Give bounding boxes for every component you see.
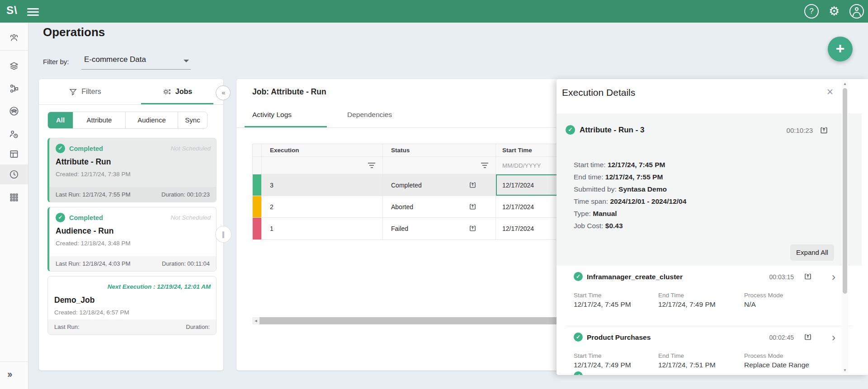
start-time-cell[interactable]: 12/17/2024 — [496, 218, 561, 239]
tab-dependencies[interactable]: Dependencies — [347, 111, 392, 119]
vertical-scroll-thumb[interactable] — [843, 88, 847, 294]
open-log-icon[interactable] — [469, 203, 476, 211]
chip-all[interactable]: All — [48, 112, 73, 128]
job-type-chips: All Attribute Audience Sync — [47, 112, 208, 129]
add-job-button[interactable] — [828, 37, 853, 61]
table-row[interactable]: 2 Aborted 12/17/2024 — [253, 196, 561, 218]
step-name: Inframanager_create_cluster — [587, 273, 683, 281]
nav-pipeline-icon[interactable] — [0, 79, 28, 98]
expand-all-button[interactable]: Expand All — [790, 244, 834, 261]
close-icon[interactable] — [824, 86, 836, 98]
field-job-cost: Job Cost: $0.43 — [574, 220, 686, 232]
status-cell[interactable]: Completed — [383, 174, 496, 196]
filter-list-icon[interactable] — [368, 163, 375, 168]
open-log-icon[interactable] — [804, 333, 812, 341]
open-log-icon[interactable] — [820, 126, 828, 135]
job-card-attribute-run[interactable]: Completed Not Scheduled Attribute - Run … — [47, 138, 217, 202]
start-time-cell[interactable]: 12/17/2024 — [496, 196, 561, 217]
expand-rail-icon[interactable] — [7, 369, 11, 380]
nav-operations-clock-icon[interactable] — [0, 164, 28, 184]
job-card-title: Attribute - Run — [56, 157, 111, 167]
nav-community-icon[interactable] — [0, 101, 28, 121]
tab-jobs[interactable]: Jobs — [131, 79, 223, 104]
project-filter-select[interactable]: E-commerce Data — [81, 54, 191, 70]
execution-details-panel: Execution Details Attribute - Run - 3 00… — [557, 79, 868, 375]
nav-teams-icon[interactable] — [0, 28, 28, 48]
horizontal-scrollbar[interactable] — [252, 317, 561, 324]
horizontal-scroll-thumb[interactable] — [259, 317, 558, 324]
tab-activity-logs[interactable]: Activity Logs — [252, 111, 292, 119]
table-row[interactable]: 3 Completed 12/17/2024 — [253, 174, 561, 196]
check-circle-icon — [566, 125, 575, 135]
job-detail-panel: Job: Attribute - Run Activity Logs Depen… — [236, 79, 561, 370]
panel-resize-handle[interactable] — [215, 226, 231, 243]
execution-summary-section: Attribute - Run - 3 00:10:23 Start time:… — [557, 113, 862, 266]
nav-user-activity-icon[interactable] — [0, 124, 28, 144]
job-duration: Duration: — [186, 319, 210, 334]
start-time-text: 12/17/2024 — [502, 203, 534, 211]
table-row[interactable]: 1 Failed 12/17/2024 — [253, 218, 561, 239]
page-title: Operations — [43, 25, 105, 39]
status-cell[interactable]: Aborted — [383, 196, 496, 217]
chip-attribute[interactable]: Attribute — [73, 112, 126, 128]
job-last-run: Last Run: 12/17/24, 7:55 PM — [56, 191, 131, 198]
scroll-up-arrow-icon[interactable] — [842, 82, 848, 86]
step-product-purchases[interactable]: Product Purchases 00:02:45 Start Time 12… — [557, 326, 862, 375]
field-time-span: Time span: 2024/12/01 - 2024/12/04 — [574, 195, 686, 207]
status-cell[interactable]: Failed — [383, 218, 496, 239]
executions-table: Execution Status Start Time MM/DD/YYYY 3… — [252, 144, 561, 240]
nav-apps-grid-icon[interactable] — [0, 187, 28, 207]
execution-column-header[interactable]: Execution — [262, 144, 383, 156]
step-process-mode: Process Mode Replace Date Range — [744, 352, 809, 369]
job-card-created: Created: 12/18/24, 6:57 PM — [54, 309, 129, 316]
vertical-scrollbar[interactable] — [842, 80, 848, 374]
job-card-audience-run[interactable]: Completed Not Scheduled Audience - Run C… — [47, 207, 217, 272]
execution-filter-cell[interactable] — [262, 157, 383, 174]
chevron-right-icon[interactable] — [832, 331, 835, 344]
execution-cell[interactable]: 2 — [262, 196, 383, 217]
open-log-icon[interactable] — [469, 181, 476, 189]
start-time-text: 12/17/2024 — [502, 225, 534, 232]
open-log-icon[interactable] — [469, 225, 476, 232]
step-process-mode: Process Mode N/A — [744, 292, 783, 309]
nav-boards-icon[interactable] — [0, 144, 28, 164]
status-text: Completed — [391, 182, 422, 189]
start-time-column-header[interactable]: Start Time — [496, 144, 561, 156]
status-filter-cell[interactable] — [383, 157, 496, 174]
status-text: Aborted — [391, 203, 413, 211]
field-type: Type: Manual — [574, 207, 686, 220]
syntasa-logo: S\ — [6, 4, 18, 17]
schedule-note: Not Scheduled — [170, 214, 211, 221]
chevron-right-icon[interactable] — [832, 271, 835, 283]
step-end-time: End Time 12/17/24, 7:51 PM — [658, 352, 716, 369]
job-last-run: Last Run: 12/18/24, 4:03 PM — [56, 260, 131, 267]
collapse-panel-button[interactable] — [216, 85, 231, 100]
hamburger-menu-icon[interactable] — [27, 6, 39, 16]
dropdown-caret-icon — [184, 60, 189, 62]
date-filter-cell[interactable]: MM/DD/YYYY — [496, 157, 561, 174]
start-time-cell[interactable]: 12/17/2024 — [496, 174, 561, 196]
tab-filters[interactable]: Filters — [39, 79, 131, 104]
job-card-created: Created: 12/18/24, 3:48 PM — [56, 240, 131, 247]
table-filter-row: MM/DD/YYYY — [253, 157, 561, 174]
job-card-demo-job[interactable]: Next Execution : 12/19/24, 12:01 AM Demo… — [47, 276, 217, 335]
step-inframanager-create-cluster[interactable]: Inframanager_create_cluster 00:03:15 Sta… — [557, 266, 862, 326]
account-icon[interactable] — [849, 4, 864, 19]
execution-cell[interactable]: 1 — [262, 218, 383, 239]
check-circle-icon — [574, 371, 583, 375]
open-log-icon[interactable] — [804, 272, 812, 281]
nav-layers-icon[interactable] — [0, 56, 28, 76]
account-body-glyph — [853, 12, 861, 16]
execution-cell[interactable]: 3 — [262, 174, 383, 196]
status-column-header[interactable]: Status — [383, 144, 496, 156]
chip-sync[interactable]: Sync — [178, 112, 207, 128]
scroll-down-arrow-icon[interactable] — [842, 368, 848, 372]
settings-gear-icon[interactable] — [827, 4, 841, 19]
help-icon[interactable] — [804, 4, 819, 19]
job-card-created: Created: 12/17/24, 7:38 PM — [56, 171, 131, 178]
filter-list-icon[interactable] — [481, 163, 488, 168]
step-start-time: Start Time 12/17/24, 7:49 PM — [574, 352, 631, 369]
tabs-divider — [236, 127, 561, 128]
chip-audience[interactable]: Audience — [126, 112, 178, 128]
scroll-left-arrow-icon[interactable] — [252, 319, 259, 323]
